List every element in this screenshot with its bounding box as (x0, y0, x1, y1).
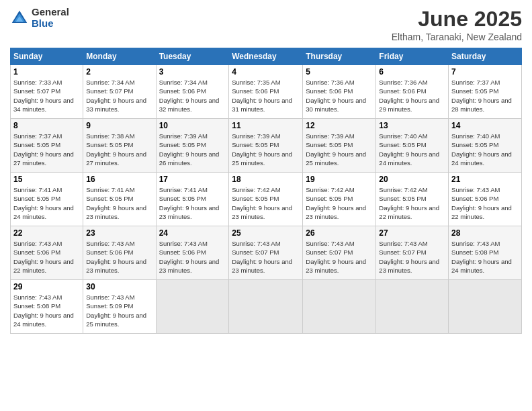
week-row-3: 15Sunrise: 7:41 AMSunset: 5:05 PMDayligh… (11, 173, 522, 226)
header-wednesday: Wednesday (229, 48, 303, 65)
day-number: 20 (379, 175, 445, 184)
day-info: Sunrise: 7:36 AMSunset: 5:06 PMDaylight:… (306, 79, 366, 113)
day-info: Sunrise: 7:36 AMSunset: 5:06 PMDaylight:… (379, 79, 439, 113)
day-number: 18 (232, 175, 300, 184)
logo-icon (10, 9, 29, 28)
table-row: 1Sunrise: 7:33 AMSunset: 5:07 PMDaylight… (11, 65, 83, 119)
main-container: General Blue June 2025 Eltham, Taranaki,… (0, 0, 532, 340)
logo-blue: Blue (32, 18, 69, 30)
month-title: June 2025 (392, 7, 522, 32)
day-number: 21 (451, 175, 519, 184)
day-number: 5 (306, 67, 373, 77)
table-row: 6Sunrise: 7:36 AMSunset: 5:06 PMDaylight… (376, 65, 449, 119)
day-info: Sunrise: 7:39 AMSunset: 5:05 PMDaylight:… (306, 132, 366, 167)
day-info: Sunrise: 7:43 AMSunset: 5:06 PMDaylight:… (13, 240, 74, 274)
day-info: Sunrise: 7:43 AMSunset: 5:06 PMDaylight:… (451, 186, 512, 220)
day-info: Sunrise: 7:35 AMSunset: 5:06 PMDaylight:… (232, 79, 292, 113)
table-row: 19Sunrise: 7:42 AMSunset: 5:05 PMDayligh… (303, 173, 376, 226)
day-number: 16 (86, 175, 152, 184)
table-row (449, 280, 522, 334)
day-info: Sunrise: 7:34 AMSunset: 5:07 PMDaylight:… (86, 79, 146, 113)
day-number: 8 (13, 121, 80, 130)
day-number: 17 (159, 175, 226, 184)
header-saturday: Saturday (449, 48, 522, 65)
day-info: Sunrise: 7:42 AMSunset: 5:05 PMDaylight:… (306, 186, 366, 220)
table-row: 26Sunrise: 7:43 AMSunset: 5:07 PMDayligh… (303, 226, 376, 280)
table-row: 25Sunrise: 7:43 AMSunset: 5:07 PMDayligh… (229, 226, 303, 280)
day-info: Sunrise: 7:43 AMSunset: 5:09 PMDaylight:… (86, 293, 146, 328)
calendar-table: Sunday Monday Tuesday Wednesday Thursday… (10, 48, 522, 334)
table-row (229, 280, 303, 334)
day-number: 7 (451, 67, 519, 77)
day-number: 3 (159, 67, 226, 77)
table-row (156, 280, 229, 334)
logo-general: General (32, 7, 69, 18)
table-row: 3Sunrise: 7:34 AMSunset: 5:06 PMDaylight… (156, 65, 229, 119)
day-info: Sunrise: 7:39 AMSunset: 5:05 PMDaylight:… (232, 132, 292, 167)
day-info: Sunrise: 7:33 AMSunset: 5:07 PMDaylight:… (13, 79, 74, 113)
table-row: 22Sunrise: 7:43 AMSunset: 5:06 PMDayligh… (11, 226, 83, 280)
table-row: 17Sunrise: 7:41 AMSunset: 5:05 PMDayligh… (156, 173, 229, 226)
table-row: 8Sunrise: 7:37 AMSunset: 5:05 PMDaylight… (11, 119, 83, 173)
day-info: Sunrise: 7:43 AMSunset: 5:08 PMDaylight:… (451, 240, 512, 274)
header-friday: Friday (376, 48, 449, 65)
table-row: 21Sunrise: 7:43 AMSunset: 5:06 PMDayligh… (449, 173, 522, 226)
week-row-5: 29Sunrise: 7:43 AMSunset: 5:08 PMDayligh… (11, 280, 522, 334)
calendar-header-row: Sunday Monday Tuesday Wednesday Thursday… (11, 48, 522, 65)
logo: General Blue (10, 7, 69, 29)
table-row: 15Sunrise: 7:41 AMSunset: 5:05 PMDayligh… (11, 173, 83, 226)
week-row-2: 8Sunrise: 7:37 AMSunset: 5:05 PMDaylight… (11, 119, 522, 173)
day-info: Sunrise: 7:43 AMSunset: 5:06 PMDaylight:… (159, 240, 220, 274)
day-info: Sunrise: 7:34 AMSunset: 5:06 PMDaylight:… (159, 79, 220, 113)
table-row: 20Sunrise: 7:42 AMSunset: 5:05 PMDayligh… (376, 173, 449, 226)
day-info: Sunrise: 7:43 AMSunset: 5:06 PMDaylight:… (86, 240, 146, 274)
day-number: 24 (159, 228, 226, 238)
table-row: 27Sunrise: 7:43 AMSunset: 5:07 PMDayligh… (376, 226, 449, 280)
day-number: 2 (86, 67, 152, 77)
day-number: 15 (13, 175, 80, 184)
location: Eltham, Taranaki, New Zealand (392, 32, 522, 42)
day-number: 13 (379, 121, 445, 130)
day-number: 22 (13, 228, 80, 238)
day-info: Sunrise: 7:40 AMSunset: 5:05 PMDaylight:… (379, 132, 439, 167)
header-monday: Monday (83, 48, 156, 65)
day-info: Sunrise: 7:42 AMSunset: 5:05 PMDaylight:… (379, 186, 439, 220)
week-row-1: 1Sunrise: 7:33 AMSunset: 5:07 PMDaylight… (11, 65, 522, 119)
day-info: Sunrise: 7:41 AMSunset: 5:05 PMDaylight:… (13, 186, 74, 220)
day-info: Sunrise: 7:42 AMSunset: 5:05 PMDaylight:… (232, 186, 292, 220)
day-number: 26 (306, 228, 373, 238)
table-row: 23Sunrise: 7:43 AMSunset: 5:06 PMDayligh… (83, 226, 156, 280)
day-number: 14 (451, 121, 519, 130)
header-tuesday: Tuesday (156, 48, 229, 65)
header-sunday: Sunday (11, 48, 83, 65)
table-row: 2Sunrise: 7:34 AMSunset: 5:07 PMDaylight… (83, 65, 156, 119)
table-row: 7Sunrise: 7:37 AMSunset: 5:05 PMDaylight… (449, 65, 522, 119)
header-thursday: Thursday (303, 48, 376, 65)
day-info: Sunrise: 7:37 AMSunset: 5:05 PMDaylight:… (13, 132, 74, 167)
day-number: 27 (379, 228, 445, 238)
day-info: Sunrise: 7:41 AMSunset: 5:05 PMDaylight:… (86, 186, 146, 220)
day-info: Sunrise: 7:43 AMSunset: 5:07 PMDaylight:… (232, 240, 292, 274)
day-number: 4 (232, 67, 300, 77)
table-row: 11Sunrise: 7:39 AMSunset: 5:05 PMDayligh… (229, 119, 303, 173)
day-number: 25 (232, 228, 300, 238)
day-number: 11 (232, 121, 300, 130)
table-row: 30Sunrise: 7:43 AMSunset: 5:09 PMDayligh… (83, 280, 156, 334)
table-row: 5Sunrise: 7:36 AMSunset: 5:06 PMDaylight… (303, 65, 376, 119)
table-row: 4Sunrise: 7:35 AMSunset: 5:06 PMDaylight… (229, 65, 303, 119)
day-number: 19 (306, 175, 373, 184)
day-number: 12 (306, 121, 373, 130)
day-info: Sunrise: 7:41 AMSunset: 5:05 PMDaylight:… (159, 186, 220, 220)
table-row: 18Sunrise: 7:42 AMSunset: 5:05 PMDayligh… (229, 173, 303, 226)
day-info: Sunrise: 7:43 AMSunset: 5:07 PMDaylight:… (379, 240, 439, 274)
day-info: Sunrise: 7:43 AMSunset: 5:08 PMDaylight:… (13, 293, 74, 328)
table-row: 16Sunrise: 7:41 AMSunset: 5:05 PMDayligh… (83, 173, 156, 226)
day-number: 30 (86, 282, 152, 291)
title-block: June 2025 Eltham, Taranaki, New Zealand (392, 7, 522, 42)
table-row: 12Sunrise: 7:39 AMSunset: 5:05 PMDayligh… (303, 119, 376, 173)
table-row: 10Sunrise: 7:39 AMSunset: 5:05 PMDayligh… (156, 119, 229, 173)
day-number: 29 (13, 282, 80, 291)
week-row-4: 22Sunrise: 7:43 AMSunset: 5:06 PMDayligh… (11, 226, 522, 280)
table-row: 28Sunrise: 7:43 AMSunset: 5:08 PMDayligh… (449, 226, 522, 280)
day-info: Sunrise: 7:43 AMSunset: 5:07 PMDaylight:… (306, 240, 366, 274)
